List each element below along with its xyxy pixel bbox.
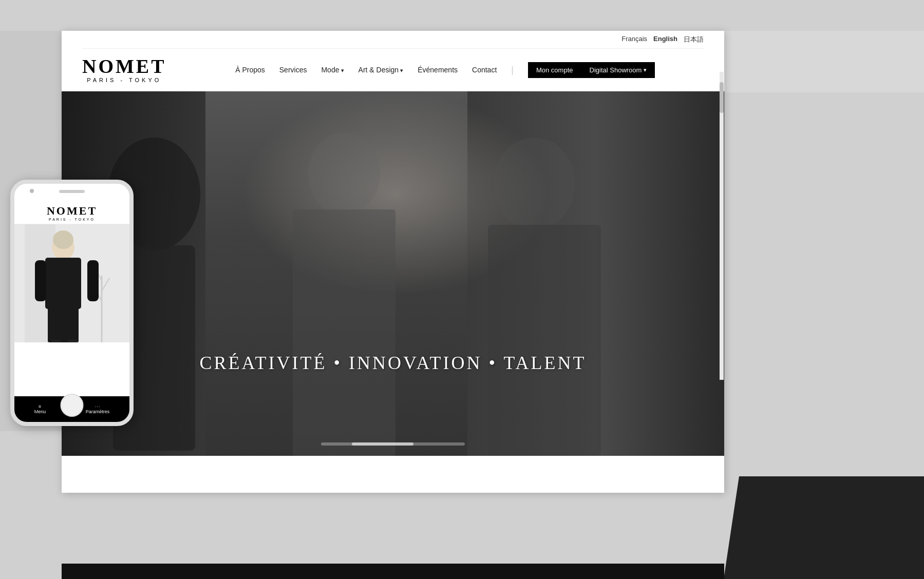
svg-point-4 xyxy=(493,138,575,230)
phone-logo-sub: PARIS - TOKYO xyxy=(22,218,122,221)
svg-rect-18 xyxy=(51,340,61,342)
hero-tagline: CRÉATIVITÉ • INNOVATION • TALENT xyxy=(62,352,724,374)
hero-scrollbar-thumb xyxy=(352,442,413,446)
nav-contact[interactable]: Contact xyxy=(472,66,497,74)
hero-section: CRÉATIVITÉ • INNOVATION • TALENT xyxy=(62,91,724,456)
phone-model-svg xyxy=(14,224,129,342)
browser-scrollbar[interactable] xyxy=(720,72,724,380)
phone-speaker xyxy=(59,190,85,193)
nav-container: NOMET PARIS - TOKYO À Propos Services Mo… xyxy=(82,49,704,91)
svg-point-17 xyxy=(53,230,73,249)
svg-rect-5 xyxy=(488,225,601,456)
nav-services[interactable]: Services xyxy=(279,66,307,74)
logo-sub: PARIS - TOKYO xyxy=(82,77,166,83)
hero-scrollbar[interactable] xyxy=(321,442,465,446)
phone-home-button[interactable] xyxy=(61,394,84,417)
phone-logo-area: NOMET PARIS - TOKYO xyxy=(14,199,129,224)
nav-actions: Mon compte Digital Showroom xyxy=(528,62,655,78)
lang-francais[interactable]: Français xyxy=(621,35,647,44)
phone-menu-btn[interactable]: ≡ Menu xyxy=(34,404,46,414)
nav-divider: | xyxy=(511,65,514,75)
site-header: Français English 日本語 NOMET PARIS - TOKYO… xyxy=(62,31,724,91)
main-nav: À Propos Services Mode Art & Design Évén… xyxy=(187,62,704,78)
svg-rect-15 xyxy=(87,260,99,301)
phone-screen: NOMET PARIS - TOKYO xyxy=(14,199,129,396)
site-footer-bar xyxy=(62,564,724,579)
svg-rect-16 xyxy=(48,306,79,342)
phone-camera xyxy=(30,189,34,193)
svg-rect-3 xyxy=(293,209,395,456)
nav-evenements[interactable]: Événements xyxy=(418,66,458,74)
logo-brand: NOMET xyxy=(82,56,166,76)
digital-showroom-button[interactable]: Digital Showroom xyxy=(581,62,655,78)
nav-apropos[interactable]: À Propos xyxy=(235,66,265,74)
mon-compte-button[interactable]: Mon compte xyxy=(528,62,581,78)
language-bar: Français English 日本語 xyxy=(82,31,704,49)
svg-rect-19 xyxy=(68,340,77,342)
browser-scrollbar-thumb xyxy=(720,82,724,113)
nav-artdesign[interactable]: Art & Design xyxy=(359,66,404,74)
svg-rect-13 xyxy=(45,258,81,309)
nav-mode[interactable]: Mode xyxy=(321,66,344,74)
phone-mockup: NOMET PARIS - TOKYO xyxy=(10,180,134,426)
browser-window: Français English 日本語 NOMET PARIS - TOKYO… xyxy=(62,31,724,493)
phone-model-image xyxy=(14,224,129,342)
logo-area[interactable]: NOMET PARIS - TOKYO xyxy=(82,56,166,83)
lang-japanese[interactable]: 日本語 xyxy=(684,35,704,44)
bg-right-top-panel xyxy=(724,31,924,92)
bg-right-dark-panel xyxy=(724,476,924,579)
phone-logo: NOMET xyxy=(22,204,122,218)
hero-svg-overlay xyxy=(62,91,724,456)
lang-english[interactable]: English xyxy=(653,35,677,44)
svg-rect-14 xyxy=(35,260,46,301)
phone-settings-btn[interactable]: ··· Paramètres xyxy=(86,404,110,414)
svg-point-2 xyxy=(308,132,380,215)
